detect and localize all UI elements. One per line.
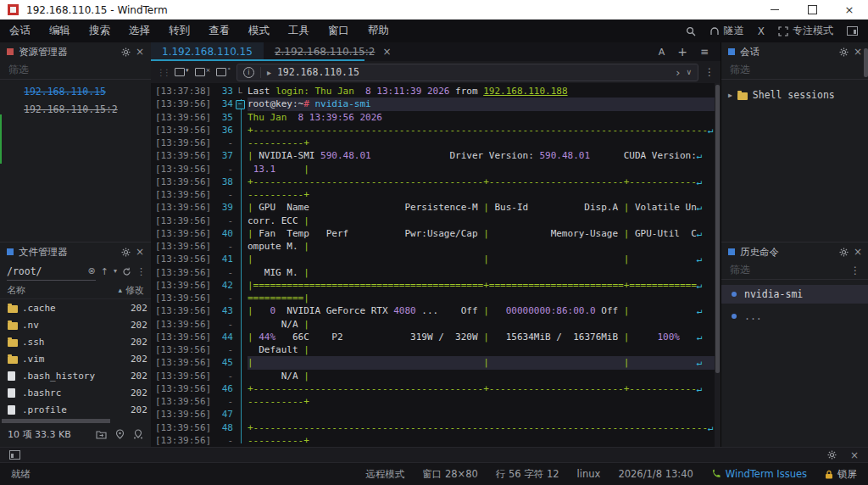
tunnel-button[interactable]: 隧道 [709, 24, 744, 38]
file-row[interactable]: .bash_history2026 [0, 367, 151, 384]
menu-item-工具[interactable]: 工具 [279, 24, 319, 36]
toolbar-more-icon[interactable]: ⋮ [704, 67, 715, 77]
history-command-item[interactable]: ... [721, 307, 868, 326]
up-directory-dropdown-icon[interactable]: ▾ [114, 268, 117, 275]
menu-item-搜索[interactable]: 搜索 [80, 24, 120, 36]
status-cursor-position[interactable]: 行 56 字符 12 [496, 468, 559, 481]
column-modified[interactable]: 修改 [125, 284, 144, 297]
history-filter-input[interactable]: 筛选 [730, 263, 750, 277]
refresh-icon[interactable] [122, 267, 131, 276]
clear-path-icon[interactable]: ⊗ [88, 266, 96, 276]
status-os[interactable]: linux [577, 468, 601, 480]
history-command-item[interactable]: nvidia-smi [721, 285, 868, 304]
terminal-timestamp: [13:39:56] [151, 356, 211, 369]
file-row[interactable]: .bashrc2024 [0, 384, 151, 401]
terminal-panel-icon[interactable] [9, 450, 20, 460]
focus-mode-button[interactable]: 专注模式 [778, 24, 833, 38]
file-row[interactable]: .vim2026 [0, 350, 151, 367]
history-settings-gear-icon[interactable] [839, 248, 849, 257]
terminal-line-number: - [211, 215, 233, 227]
tab-list-menu-icon[interactable]: ≡ [700, 46, 709, 58]
terminal-scrollbar[interactable] [715, 83, 721, 447]
lock-screen-button[interactable]: 锁屏 [825, 468, 857, 481]
explorer-session-item[interactable]: 192.168.110.15:2 [0, 100, 151, 118]
history-more-icon[interactable]: ⋮ [850, 265, 860, 276]
path-input[interactable]: /root/ ⊗ [7, 263, 96, 281]
sessions-settings-gear-icon[interactable] [839, 47, 849, 57]
toolbar-drag-handle[interactable]: ⋮⋮ [157, 68, 169, 77]
session-info-icon[interactable]: i [243, 67, 254, 78]
bottom-panel-close-icon[interactable]: × [850, 450, 859, 460]
focus-mode-icon [778, 26, 788, 36]
terminal-line-number: 35 [211, 111, 233, 124]
files-path-row: /root/ ⊗ ↑ ▾ ⋮ [0, 261, 151, 282]
menu-item-转到[interactable]: 转到 [159, 24, 199, 36]
column-name[interactable]: 名称 [7, 284, 118, 297]
search-icon[interactable] [686, 26, 696, 36]
sessions-close-icon[interactable]: × [854, 47, 862, 57]
menu-item-模式[interactable]: 模式 [239, 24, 279, 36]
send-chevron-icon[interactable]: › [676, 66, 680, 79]
files-settings-gear-icon[interactable] [121, 248, 131, 257]
menu-item-窗口[interactable]: 窗口 [319, 24, 359, 36]
explorer-close-icon[interactable]: × [136, 47, 144, 57]
terminal-fold-marker [233, 240, 248, 253]
sessions-tree-item[interactable]: ▶ Shell sessions [721, 86, 868, 104]
terminal-text: ----------+ [248, 395, 715, 408]
terminal-options-icon[interactable]: ° [216, 68, 231, 76]
new-terminal-icon[interactable]: ▾ [175, 68, 189, 76]
wrap-marker-icon: ↵ [708, 125, 714, 136]
terminal-scrollbar-thumb[interactable] [715, 85, 720, 373]
explorer-session-item[interactable]: 192.168.110.15 [0, 82, 151, 100]
terminal-fold-marker[interactable]: − [233, 98, 248, 110]
status-mode[interactable]: 远程模式 [365, 468, 404, 481]
layout-panel-icon[interactable] [847, 26, 858, 36]
file-row[interactable]: .cache2026 [0, 299, 151, 316]
menu-item-查看[interactable]: 查看 [199, 24, 239, 36]
files-more-icon[interactable]: ⋮ [136, 267, 146, 276]
maximize-button[interactable] [793, 0, 831, 20]
locate-file-icon[interactable] [115, 429, 125, 439]
files-column-header[interactable]: 名称 ▴ 修改 [0, 282, 151, 299]
open-folder-icon[interactable] [96, 430, 107, 439]
files-scrollbar-thumb[interactable] [2, 419, 110, 423]
file-row[interactable]: .ssh2026 [0, 333, 151, 350]
address-host[interactable]: 192.168.110.15 [277, 66, 670, 78]
files-horizontal-scrollbar[interactable] [0, 418, 151, 424]
menu-item-编辑[interactable]: 编辑 [40, 24, 80, 36]
history-close-icon[interactable]: × [854, 247, 862, 257]
fold-collapse-icon[interactable]: − [236, 100, 245, 109]
windterm-issues-link[interactable]: WindTerm Issues [711, 468, 807, 480]
close-terminal-icon[interactable]: × [195, 68, 211, 76]
terminal-view[interactable]: [13:37:38]33LLast login: Thu Jan 8 13:11… [151, 83, 721, 447]
explorer-settings-gear-icon[interactable] [121, 47, 131, 57]
address-bar[interactable]: i ▸ 192.168.110.15 › ∨ [236, 64, 698, 81]
menu-item-帮助[interactable]: 帮助 [359, 24, 398, 36]
terminal-fold-marker [233, 434, 248, 447]
sessions-scrollbar-thumb[interactable] [864, 48, 868, 77]
file-row[interactable]: .nv2026 [0, 316, 151, 333]
follow-location-icon[interactable] [133, 429, 143, 439]
terminal-fold-marker [233, 382, 248, 395]
tab-session-1[interactable]: 1.192.168.110.15 [151, 42, 264, 61]
sessions-filter-input[interactable]: 筛选 [721, 61, 868, 80]
address-dropdown-icon[interactable]: ∨ [686, 68, 692, 76]
new-tab-button[interactable]: + [677, 45, 687, 59]
minimize-button[interactable] [756, 0, 793, 20]
x-server-button[interactable]: X [758, 25, 765, 37]
close-button[interactable]: × [831, 0, 868, 20]
tab-close-icon[interactable]: × [382, 46, 391, 58]
tab-session-2[interactable]: 2.192.168.110.15:2 × [264, 42, 403, 61]
menu-item-选择[interactable]: 选择 [120, 24, 159, 36]
file-row[interactable]: .profile2024 [0, 401, 151, 418]
terminal-row: [13:39:56]44| 44% 66C P2 319W / 320W | 1… [151, 331, 715, 343]
font-size-button[interactable]: A [659, 47, 665, 58]
up-directory-icon[interactable]: ↑ [101, 267, 108, 276]
explorer-filter-input[interactable]: 筛选 [0, 61, 151, 80]
files-close-icon[interactable]: × [136, 247, 144, 257]
terminal-line-number: 36 [211, 124, 233, 137]
tree-expand-icon[interactable]: ▶ [728, 92, 732, 99]
bottom-panel-gear-icon[interactable] [827, 450, 837, 460]
menu-item-会话[interactable]: 会话 [0, 24, 40, 36]
status-window-size[interactable]: 窗口 28×80 [422, 468, 478, 481]
